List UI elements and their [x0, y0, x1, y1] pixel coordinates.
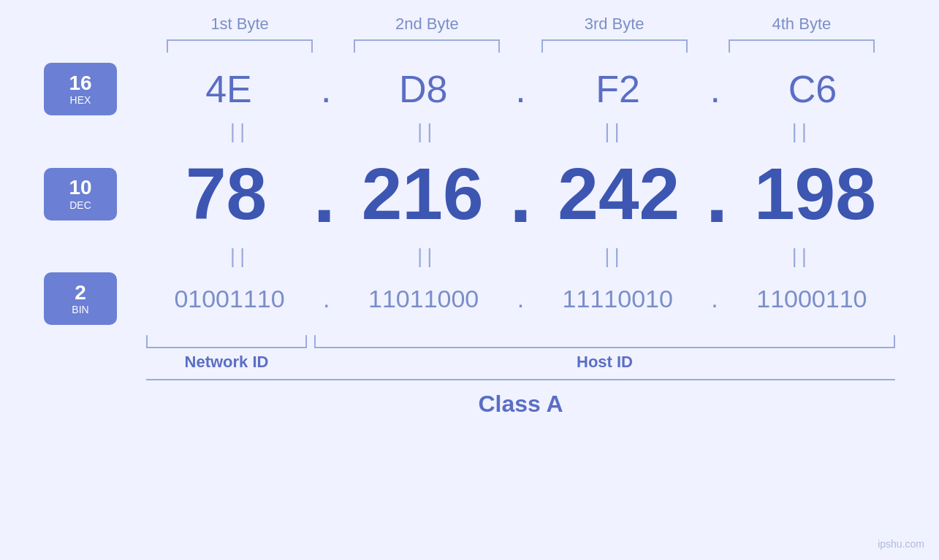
byte4-bracket	[729, 39, 875, 53]
byte1-header: 1st Byte	[167, 15, 313, 34]
hex-row: 16 HEX 4E . D8 . F2 . C6	[44, 63, 895, 115]
bin-dot1: .	[323, 285, 330, 313]
eq1-b3: ||	[541, 120, 688, 143]
byte1-bracket	[167, 39, 313, 53]
byte2-header: 2nd Byte	[354, 15, 500, 34]
dec-b4: 198	[742, 152, 888, 236]
hex-values: 4E . D8 . F2 . C6	[146, 67, 895, 111]
bin-b2: 11011000	[351, 285, 497, 313]
byte4-header: 4th Byte	[729, 15, 875, 34]
equals-row-1: || || || ||	[44, 120, 895, 143]
eq-spacer-1	[44, 120, 146, 143]
network-id-label: Network ID	[185, 353, 269, 372]
bin-dot3: .	[711, 285, 718, 313]
dec-base-number: 10	[69, 177, 91, 199]
byte-cols: 1st Byte 2nd Byte 3rd Byte 4th Byte	[146, 15, 895, 34]
byte3-bracket	[541, 39, 688, 53]
dec-base-label: DEC	[69, 199, 91, 211]
network-bottom-bracket	[146, 335, 307, 348]
host-bottom-bracket	[314, 335, 895, 348]
bin-b3: 11110010	[544, 285, 691, 313]
hex-dot2: .	[515, 67, 525, 111]
bin-b1: 01001110	[156, 285, 303, 313]
byte2-bracket	[354, 39, 500, 53]
bin-badge: 2 BIN	[44, 272, 117, 325]
network-id-section: Network ID	[146, 335, 307, 372]
bin-base-number: 2	[75, 282, 86, 304]
eq1-b4: ||	[729, 120, 875, 143]
dec-b1: 78	[153, 152, 300, 236]
host-id-label: Host ID	[577, 353, 633, 372]
bin-row: 2 BIN 01001110 . 11011000 . 11110010 . 1…	[44, 272, 895, 325]
eq2-b4: ||	[729, 245, 875, 268]
dec-b3: 242	[546, 152, 692, 236]
dec-dot2: .	[509, 147, 532, 240]
hex-dot1: .	[321, 67, 331, 111]
bin-dot2: .	[517, 285, 524, 313]
hex-badge: 16 HEX	[44, 63, 117, 115]
equals-row-2: || || || ||	[44, 245, 895, 268]
bin-base-label: BIN	[72, 304, 88, 315]
byte-headers-row: 1st Byte 2nd Byte 3rd Byte 4th Byte	[44, 15, 895, 34]
watermark: ipshu.com	[878, 538, 924, 550]
top-brackets	[146, 39, 895, 53]
bottom-bracket-container: Network ID Host ID	[44, 335, 895, 372]
eq-values-2: || || || ||	[146, 245, 895, 268]
class-label: Class A	[146, 391, 895, 418]
bottom-spacer	[44, 335, 146, 372]
eq2-b3: ||	[541, 245, 688, 268]
host-id-section: Host ID	[314, 335, 895, 372]
class-section: Class A	[146, 379, 895, 418]
eq2-b1: ||	[167, 245, 313, 268]
dec-values: 78 . 216 . 242 . 198	[146, 147, 895, 240]
dec-row: 10 DEC 78 . 216 . 242 . 198	[44, 147, 895, 240]
main-container: 1st Byte 2nd Byte 3rd Byte 4th Byte 16 H…	[0, 0, 939, 560]
dec-dot1: .	[313, 147, 336, 240]
eq-values-1: || || || ||	[146, 120, 895, 143]
bin-values: 01001110 . 11011000 . 11110010 . 1100011…	[146, 285, 895, 313]
dec-badge: 10 DEC	[44, 168, 117, 220]
bottom-bracket-content: Network ID Host ID	[146, 335, 895, 372]
hex-b1: 4E	[156, 67, 302, 111]
byte3-header: 3rd Byte	[541, 15, 688, 34]
eq2-b2: ||	[354, 245, 500, 268]
hex-base-label: HEX	[70, 94, 91, 106]
hex-b3: F2	[545, 67, 691, 111]
dec-b2: 216	[349, 152, 495, 236]
bin-b4: 11000110	[739, 285, 885, 313]
hex-base-number: 16	[69, 72, 91, 95]
eq1-b2: ||	[354, 120, 500, 143]
dec-dot3: .	[706, 147, 729, 240]
header-spacer	[44, 15, 146, 34]
hex-dot3: .	[710, 67, 721, 111]
eq1-b1: ||	[167, 120, 313, 143]
hex-b2: D8	[350, 67, 496, 111]
hex-b4: C6	[740, 67, 886, 111]
top-brackets-row	[44, 39, 895, 53]
eq-spacer-2	[44, 245, 146, 268]
